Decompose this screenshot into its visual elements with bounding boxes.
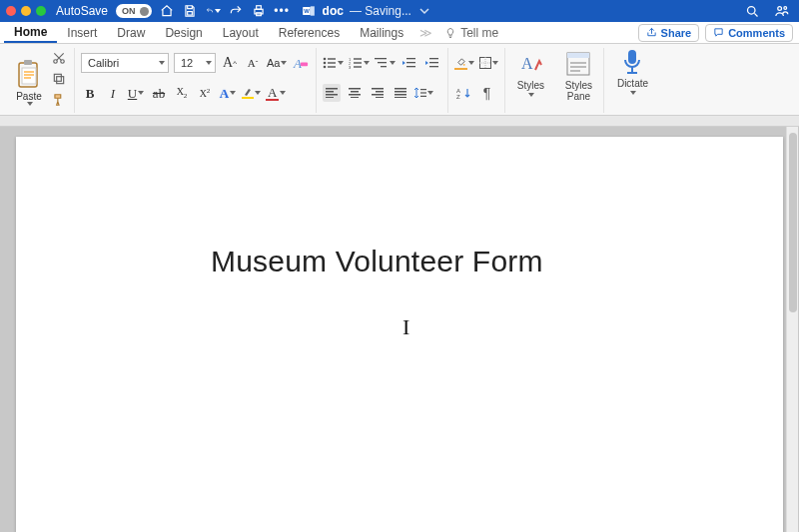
cut-button[interactable] xyxy=(50,50,68,66)
zoom-window-button[interactable] xyxy=(36,6,46,16)
share-activity-icon[interactable] xyxy=(774,4,789,19)
tabs-overflow[interactable]: ≫ xyxy=(413,22,438,43)
chevron-down-icon xyxy=(281,61,287,65)
overflow-glyph: ≫ xyxy=(419,26,432,40)
dictate-button[interactable]: Dictate xyxy=(610,48,654,95)
comments-button[interactable]: Comments xyxy=(705,24,793,42)
highlight-button[interactable] xyxy=(242,84,261,102)
tab-layout[interactable]: Layout xyxy=(213,22,269,43)
redo-button[interactable] xyxy=(229,4,244,19)
increase-font-button[interactable]: A^ xyxy=(221,54,239,72)
chevron-down-icon xyxy=(27,102,33,106)
svg-rect-47 xyxy=(372,88,384,90)
multilevel-list-button[interactable] xyxy=(375,54,396,72)
font-name-dropdown[interactable]: Calibri xyxy=(81,53,169,73)
multilevel-icon xyxy=(375,57,389,69)
svg-rect-42 xyxy=(326,97,334,98)
tab-design[interactable]: Design xyxy=(155,22,212,43)
undo-button[interactable] xyxy=(206,4,221,19)
tell-me-search[interactable]: Tell me xyxy=(438,22,504,43)
decrease-indent-button[interactable] xyxy=(400,54,418,72)
vertical-scrollbar[interactable] xyxy=(786,127,798,532)
font-size-dropdown[interactable]: 12 xyxy=(174,53,216,73)
justify-button[interactable] xyxy=(392,84,409,102)
tab-label: Insert xyxy=(67,26,97,40)
superscript-button[interactable]: X2 xyxy=(196,84,214,102)
shading-button[interactable] xyxy=(454,54,474,72)
minimize-window-button[interactable] xyxy=(21,6,31,16)
text-effects-button[interactable]: A xyxy=(219,84,237,102)
decrease-font-button[interactable]: Aˇ xyxy=(244,54,262,72)
svg-rect-70 xyxy=(628,50,636,64)
svg-rect-50 xyxy=(376,97,384,98)
styles-pane-button[interactable]: Styles Pane xyxy=(559,50,597,102)
change-case-button[interactable]: Aa xyxy=(267,54,287,72)
ribbon-tabs: Home Insert Draw Design Layout Reference… xyxy=(0,22,799,44)
share-button[interactable]: Share xyxy=(638,24,700,42)
bullets-button[interactable] xyxy=(323,54,344,72)
align-right-button[interactable] xyxy=(369,84,387,102)
align-left-button[interactable] xyxy=(323,84,341,102)
svg-rect-32 xyxy=(381,66,387,67)
underline-button[interactable]: U xyxy=(127,84,145,102)
svg-rect-51 xyxy=(395,88,406,90)
chevron-down-icon xyxy=(138,91,144,95)
title-dropdown[interactable] xyxy=(417,4,432,19)
tab-home[interactable]: Home xyxy=(4,22,57,43)
paste-button[interactable]: Paste xyxy=(12,48,46,106)
show-marks-button[interactable]: ¶ xyxy=(477,84,495,102)
font-color-button[interactable]: A xyxy=(266,84,286,102)
svg-text:Z: Z xyxy=(456,94,460,99)
increase-indent-button[interactable] xyxy=(423,54,441,72)
svg-point-8 xyxy=(778,7,782,11)
chevron-down-icon xyxy=(215,9,221,13)
ribbon: Paste Calibri 12 xyxy=(0,44,799,116)
tab-label: Draw xyxy=(117,26,145,40)
tab-references[interactable]: References xyxy=(269,22,350,43)
styles-pane-icon xyxy=(564,50,592,78)
styles-gallery-button[interactable]: A Styles xyxy=(511,50,549,97)
search-icon[interactable] xyxy=(745,4,760,19)
autosave-toggle[interactable]: ON xyxy=(116,4,152,18)
chevron-down-icon xyxy=(492,61,498,65)
line-spacing-button[interactable] xyxy=(414,84,433,102)
save-icon[interactable] xyxy=(183,4,198,19)
home-icon[interactable] xyxy=(160,4,175,19)
print-icon[interactable] xyxy=(252,4,267,19)
format-painter-button[interactable] xyxy=(50,92,68,108)
comment-icon xyxy=(713,27,724,38)
italic-button[interactable]: I xyxy=(104,84,122,102)
svg-rect-48 xyxy=(376,91,384,93)
align-left-icon xyxy=(326,88,338,98)
tab-insert[interactable]: Insert xyxy=(57,22,107,43)
subscript-button[interactable]: X2 xyxy=(173,84,191,102)
copy-button[interactable] xyxy=(50,71,68,87)
document-page[interactable]: Museum Volunteer Form I xyxy=(16,137,783,532)
svg-rect-40 xyxy=(326,91,334,93)
share-label: Share xyxy=(661,27,692,39)
svg-rect-27 xyxy=(354,62,362,63)
tab-mailings[interactable]: Mailings xyxy=(350,22,413,43)
strikethrough-button[interactable]: ab xyxy=(150,84,168,102)
document-title[interactable]: doc xyxy=(323,4,344,18)
scroll-thumb[interactable] xyxy=(789,133,797,312)
chevron-down-icon xyxy=(206,61,212,65)
svg-rect-21 xyxy=(328,62,336,63)
numbering-button[interactable]: 123 xyxy=(349,54,370,72)
svg-rect-55 xyxy=(420,89,426,90)
bold-button[interactable]: B xyxy=(81,84,99,102)
sort-button[interactable]: AZ xyxy=(454,84,472,102)
tab-label: References xyxy=(279,26,340,40)
chevron-down-icon xyxy=(364,61,370,65)
align-center-button[interactable] xyxy=(346,84,364,102)
tab-draw[interactable]: Draw xyxy=(107,22,155,43)
qat-overflow[interactable]: ••• xyxy=(275,4,290,19)
paragraph-extras-group: AZ ¶ xyxy=(448,48,505,113)
close-window-button[interactable] xyxy=(6,6,16,16)
clear-formatting-button[interactable]: A xyxy=(292,54,310,72)
tab-label: Design xyxy=(165,26,202,40)
borders-button[interactable] xyxy=(479,54,498,72)
svg-rect-43 xyxy=(349,88,361,90)
svg-point-22 xyxy=(324,66,327,69)
chevron-down-icon xyxy=(427,91,433,95)
